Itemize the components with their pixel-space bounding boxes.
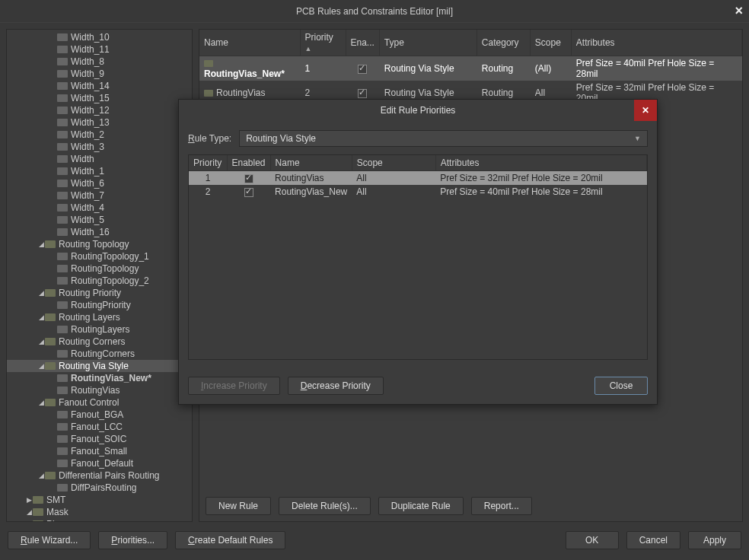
tree-item[interactable]: Width_7 <box>7 189 192 202</box>
chevron-down-icon[interactable]: ◢ <box>37 399 45 406</box>
chevron-right-icon[interactable]: ▶ <box>25 496 33 504</box>
increase-priority-button[interactable]: Increase Priority <box>188 377 280 395</box>
chevron-down-icon[interactable]: ◢ <box>37 362 45 370</box>
priority-table[interactable]: PriorityEnabledNameScopeAttributes 1Rout… <box>189 155 647 199</box>
chevron-down-icon[interactable]: ◢ <box>25 508 33 516</box>
report-button[interactable]: Report... <box>471 497 532 515</box>
dialog-close-ok-button[interactable]: Close <box>594 377 648 395</box>
tree-item[interactable]: Width_13 <box>7 116 192 129</box>
tree-panel[interactable]: Width_10Width_11Width_8Width_9Width_14Wi… <box>6 29 193 522</box>
rule-buttons: New Rule Delete Rule(s)... Duplicate Rul… <box>206 497 532 515</box>
chevron-down-icon[interactable]: ◢ <box>37 313 45 321</box>
column-header[interactable]: Ena... <box>346 30 379 56</box>
tree-item-label: Width_14 <box>71 81 110 91</box>
column-header[interactable]: Scope <box>352 155 435 171</box>
tree-item-label: Fanout_Small <box>71 446 127 457</box>
tree-item[interactable]: ◢Routing Via Style <box>7 360 192 372</box>
rule-type-combo[interactable]: Routing Via Style <box>239 130 648 147</box>
column-header[interactable]: Priority <box>300 30 346 56</box>
tree-item[interactable]: ◢Routing Priority <box>7 287 192 299</box>
close-icon[interactable]: × <box>735 3 743 19</box>
column-header[interactable]: Name <box>270 155 352 171</box>
tree-item[interactable]: ◢Fanout Control <box>7 396 192 409</box>
chevron-down-icon[interactable]: ◢ <box>37 472 45 479</box>
enabled-checkbox[interactable] <box>244 188 253 197</box>
tree-item[interactable]: ◢Routing Corners <box>7 336 192 348</box>
tree-item-label: Width_15 <box>71 93 110 103</box>
tree-item-label: Fanout Control <box>59 397 119 408</box>
tree-item[interactable]: Width_2 <box>7 129 192 141</box>
tree-item[interactable]: RoutingLayers <box>7 323 192 336</box>
tree-item[interactable]: RoutingVias_New* <box>7 372 192 384</box>
column-header[interactable]: Priority <box>189 155 227 171</box>
column-header[interactable]: Type <box>379 30 476 56</box>
tree-item[interactable]: ◢Mask <box>7 506 192 518</box>
tree-item[interactable]: RoutingTopology_1 <box>7 250 192 262</box>
tree-item[interactable]: RoutingCorners <box>7 348 192 360</box>
rule-icon <box>57 143 68 151</box>
rule-wizard-button[interactable]: Rule Wizard... <box>8 531 91 549</box>
tree-item[interactable]: ◢Routing Layers <box>7 311 192 323</box>
tree-item[interactable]: Width_4 <box>7 202 192 214</box>
table-row[interactable]: 1RoutingViasAllPref Size = 32mil Pref Ho… <box>189 171 647 186</box>
tree-item[interactable]: Width_10 <box>7 31 192 43</box>
enabled-checkbox[interactable] <box>358 89 367 98</box>
tree-item[interactable]: Width_15 <box>7 92 192 104</box>
tree-item[interactable]: Fanout_Default <box>7 457 192 469</box>
priorities-button[interactable]: Priorities... <box>98 531 167 549</box>
enabled-checkbox[interactable] <box>244 174 253 183</box>
column-header[interactable]: Enabled <box>227 155 270 171</box>
dialog-close-button[interactable]: ✕ <box>634 100 657 121</box>
tree-item[interactable]: Width <box>7 153 192 165</box>
apply-button[interactable]: Apply <box>688 531 741 549</box>
new-rule-button[interactable]: New Rule <box>206 497 271 515</box>
rule-icon <box>57 192 68 199</box>
chevron-down-icon[interactable]: ◢ <box>37 289 45 297</box>
column-header[interactable]: Category <box>476 30 530 56</box>
tree-item[interactable]: Fanout_SOIC <box>7 433 192 445</box>
tree-item[interactable]: ▶Plane <box>7 518 192 522</box>
decrease-priority-button[interactable]: Decrease Priority <box>288 377 384 395</box>
tree-item[interactable]: Width_1 <box>7 165 192 177</box>
cancel-button[interactable]: Cancel <box>626 531 680 549</box>
tree-item-label: Width_10 <box>71 32 110 43</box>
tree-item[interactable]: ◢Routing Topology <box>7 238 192 250</box>
enabled-checkbox[interactable] <box>358 65 367 74</box>
column-header[interactable]: Attributes <box>435 155 646 171</box>
rules-grid[interactable]: NamePriorityEna...TypeCategoryScopeAttri… <box>199 30 742 105</box>
column-header[interactable]: Attributes <box>571 30 741 56</box>
delete-rule-button[interactable]: Delete Rule(s)... <box>279 497 371 515</box>
tree-item[interactable]: Width_12 <box>7 104 192 116</box>
chevron-down-icon[interactable]: ◢ <box>37 240 45 248</box>
tree-item[interactable]: RoutingPriority <box>7 299 192 311</box>
tree-item[interactable]: Width_16 <box>7 226 192 238</box>
column-header[interactable]: Name <box>199 30 300 56</box>
tree-item[interactable]: RoutingTopology_2 <box>7 275 192 287</box>
tree-item[interactable]: Fanout_LCC <box>7 421 192 433</box>
chevron-right-icon[interactable]: ▶ <box>25 520 33 522</box>
tree-item[interactable]: Width_14 <box>7 80 192 92</box>
create-default-rules-button[interactable]: Create Default Rules <box>175 531 285 549</box>
tree-item[interactable]: Width_8 <box>7 56 192 68</box>
tree-item[interactable]: Width_9 <box>7 68 192 80</box>
dialog-body: Rule Type: Routing Via Style PriorityEna… <box>179 121 657 369</box>
column-header[interactable]: Scope <box>530 30 571 56</box>
rule-icon <box>45 362 56 370</box>
tree-item[interactable]: Width_3 <box>7 141 192 153</box>
tree-item[interactable]: RoutingTopology <box>7 262 192 275</box>
tree-item[interactable]: ◢Differential Pairs Routing <box>7 469 192 482</box>
table-row[interactable]: 2RoutingVias_NewAllPref Size = 40mil Pre… <box>189 185 647 199</box>
tree-item[interactable]: Fanout_BGA <box>7 409 192 421</box>
chevron-down-icon[interactable]: ◢ <box>37 338 45 345</box>
tree-item[interactable]: DiffPairsRouting <box>7 482 192 494</box>
dialog-titlebar[interactable]: Edit Rule Priorities ✕ <box>179 100 657 121</box>
tree-item[interactable]: Width_5 <box>7 214 192 226</box>
tree-item[interactable]: Width_6 <box>7 177 192 189</box>
duplicate-rule-button[interactable]: Duplicate Rule <box>378 497 464 515</box>
ok-button[interactable]: OK <box>566 531 619 549</box>
tree-item[interactable]: Width_11 <box>7 43 192 56</box>
tree-item[interactable]: RoutingVias <box>7 384 192 396</box>
table-row[interactable]: RoutingVias_New*1Routing Via StyleRoutin… <box>199 56 742 81</box>
tree-item[interactable]: Fanout_Small <box>7 445 192 457</box>
tree-item[interactable]: ▶SMT <box>7 494 192 506</box>
